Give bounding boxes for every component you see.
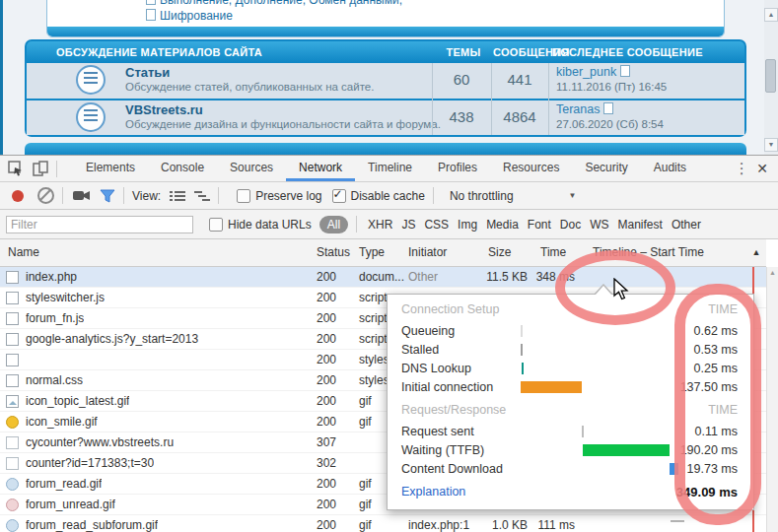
topics-count: 60 — [432, 71, 491, 88]
tab-resources[interactable]: Resources — [490, 156, 572, 181]
view-waterfall-icon[interactable] — [194, 190, 210, 202]
hide-data-urls-label: Hide data URLs — [228, 218, 312, 232]
filter-pill-xhr[interactable]: XHR — [368, 218, 392, 232]
initial-connection-label: Initial connection — [401, 380, 493, 394]
last-post-user-link[interactable]: Teranas — [556, 102, 617, 116]
col-header-time[interactable]: Time — [540, 239, 566, 266]
chevron-down-icon[interactable]: ▼ — [569, 191, 577, 200]
divider — [218, 187, 219, 204]
last-post-user-link[interactable]: kiber_punk — [556, 65, 634, 79]
smiley-gif-icon — [6, 416, 19, 429]
network-toolbar: View: Preserve log Disable cache No thro… — [0, 182, 778, 210]
topic-list-icon — [76, 65, 106, 95]
topic-list-icon — [76, 102, 106, 132]
tab-elements[interactable]: Elements — [73, 156, 148, 181]
devtools-tabbar: Elements Console Sources Network Timelin… — [0, 156, 778, 182]
scroll-down-button[interactable]: ▼ — [764, 138, 778, 152]
record-button[interactable] — [12, 190, 24, 202]
filter-input[interactable] — [6, 216, 193, 233]
page-scrollbar[interactable]: ▲ ▼ — [764, 0, 778, 155]
col-topics: ТЕМЫ — [434, 41, 493, 63]
divider — [433, 187, 434, 204]
annotation-circle-times — [674, 284, 761, 525]
preserve-log-checkbox[interactable] — [237, 189, 250, 203]
col-header-status[interactable]: Status — [317, 239, 350, 266]
device-toolbar-icon[interactable] — [33, 161, 48, 176]
tab-timeline[interactable]: Timeline — [355, 156, 425, 181]
scroll-up-button[interactable]: ▲ — [764, 8, 778, 22]
forum-row-vbstreets[interactable]: VBStreets.ru Обсуждение дизайна и функци… — [27, 100, 744, 135]
sort-arrow-icon[interactable]: ▲ — [747, 239, 765, 266]
filter-pill-all[interactable]: All — [319, 216, 348, 233]
gif-preview-icon — [6, 519, 19, 532]
inspect-element-icon[interactable] — [8, 161, 24, 176]
scroll-up-button[interactable]: ▲ — [767, 269, 778, 276]
throttling-select[interactable]: No throttling — [450, 189, 514, 203]
col-header-type[interactable]: Type — [359, 239, 385, 266]
col-header-size[interactable]: Size — [488, 239, 511, 266]
col-header-name[interactable]: Name — [8, 239, 39, 266]
topics-count: 438 — [432, 108, 491, 125]
tab-profiles[interactable]: Profiles — [425, 156, 490, 181]
request-sent-label: Request sent — [401, 425, 474, 438]
col-posts: СООБЩЕНИЯ — [493, 41, 550, 63]
forum-links-clipped[interactable]: Выполнение, Дополнение, Обмен данными, — [146, 0, 402, 7]
scrollbar-thumb[interactable] — [765, 59, 776, 93]
tab-sources[interactable]: Sources — [217, 156, 286, 181]
encryption-link[interactable]: Шифрование — [146, 9, 233, 23]
filter-pill-doc[interactable]: Doc — [560, 218, 581, 232]
document-icon — [6, 333, 19, 346]
tab-console[interactable]: Console — [148, 156, 217, 181]
disable-cache-checkbox[interactable] — [332, 189, 346, 203]
tab-security[interactable]: Security — [572, 156, 640, 181]
filter-pill-ws[interactable]: WS — [590, 218, 608, 232]
content-download-label: Content Download — [401, 462, 503, 476]
view-list-icon[interactable] — [170, 190, 185, 202]
col-header-initiator[interactable]: Initiator — [408, 239, 447, 266]
next-section-header-bar — [25, 143, 746, 155]
clear-icon[interactable] — [37, 187, 54, 204]
request-sent-bar — [582, 426, 584, 437]
forum-row-articles[interactable]: Статьи Обсуждение статей, опубликованных… — [27, 63, 744, 99]
view-label: View: — [132, 189, 161, 203]
filter-pill-css[interactable]: CSS — [424, 218, 449, 232]
hide-data-urls-checkbox[interactable] — [209, 218, 223, 232]
explanation-link[interactable]: Explanation — [401, 485, 465, 499]
stalled-bar — [521, 344, 523, 356]
posts-count: 441 — [491, 71, 548, 88]
divider — [123, 187, 124, 204]
network-filterbar: Hide data URLs All XHR JS CSS Img Media … — [0, 210, 778, 239]
divider — [356, 216, 357, 233]
tab-audits[interactable]: Audits — [641, 156, 699, 181]
forum-section-title: ОБСУЖДЕНИЕ МАТЕРИАЛОВ САЙТА — [56, 41, 262, 63]
goto-post-icon[interactable] — [620, 65, 630, 77]
blank-icon — [6, 457, 19, 470]
document-icon — [6, 374, 19, 387]
tab-network[interactable]: Network — [286, 156, 355, 181]
goto-post-icon[interactable] — [603, 102, 613, 114]
screenshot-camera-icon[interactable] — [73, 189, 91, 202]
forum-title-link[interactable]: Статьи — [125, 65, 170, 80]
col-last-post: ПОСЛЕДНЕЕ СООБЩЕНИЕ — [552, 41, 703, 63]
filter-pill-font[interactable]: Font — [528, 218, 551, 232]
document-icon — [6, 354, 19, 366]
table-row[interactable]: forum_read_subforum.gif 200 gif index.ph… — [0, 515, 766, 532]
filter-pill-media[interactable]: Media — [486, 218, 519, 232]
waiting-ttfb-label: Waiting (TTFB) — [401, 443, 484, 457]
screenshot-root: Выполнение, Дополнение, Обмен данными, Ш… — [0, 0, 778, 532]
gif-preview-icon — [6, 499, 19, 511]
section-bottom-bar — [47, 27, 724, 36]
gif-preview-icon — [6, 478, 19, 491]
document-icon — [6, 312, 19, 325]
connection-setup-header: Connection Setup — [401, 302, 499, 316]
stalled-label: Stalled — [401, 343, 439, 357]
forum-title-link[interactable]: VBStreets.ru — [125, 102, 203, 117]
menu-dots-icon[interactable]: ⋮ — [733, 160, 750, 177]
close-icon[interactable]: ✕ — [756, 161, 768, 176]
filter-pill-manifest[interactable]: Manifest — [618, 218, 663, 232]
network-scrollbar[interactable]: ▲ — [766, 267, 778, 532]
filter-pill-js[interactable]: JS — [401, 218, 415, 232]
filter-funnel-icon[interactable] — [100, 189, 115, 203]
filter-pill-img[interactable]: Img — [458, 218, 477, 232]
filter-pill-other[interactable]: Other — [672, 218, 701, 232]
